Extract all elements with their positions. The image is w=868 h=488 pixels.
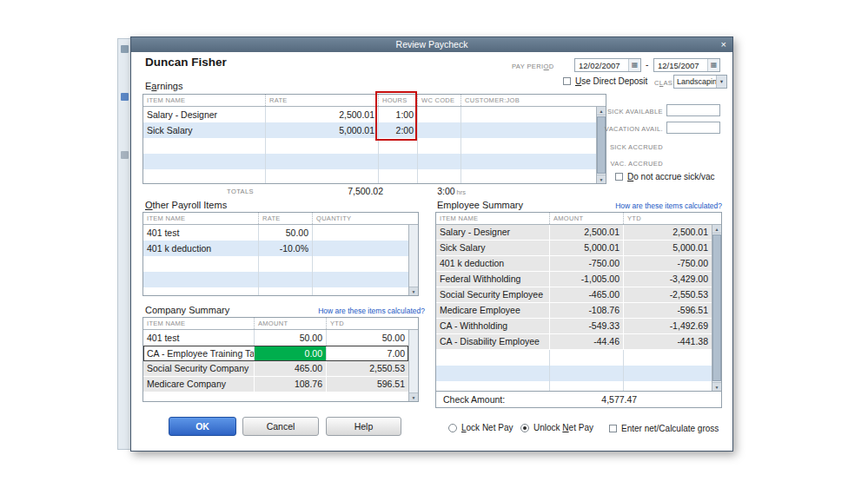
employee-summary-row[interactable]: Social Security Employee -465.00 -2,550.… (436, 287, 712, 303)
earnings-body: Salary - Designer 2,500.01 1:00 Sick Sal… (143, 107, 596, 183)
employee-summary-row[interactable]: 401 k deduction -750.00 -750.00 (436, 256, 712, 272)
scroll-down-icon[interactable]: ▼ (409, 287, 418, 295)
employee-summary-row[interactable]: CA - Disability Employee -44.46 -441.38 (436, 334, 712, 350)
scroll-down-icon[interactable]: ▼ (597, 175, 606, 183)
other-payroll-empty-row[interactable] (143, 287, 408, 295)
earnings-cell-rate[interactable]: 5,000.01 (265, 122, 378, 138)
employee-summary-link[interactable]: How are these items calculated? (540, 201, 722, 210)
employee-cell-amount[interactable]: 2,500.01 (549, 225, 623, 240)
employee-cell-amount[interactable]: -549.33 (549, 319, 623, 333)
vacation-avail-input[interactable] (666, 122, 720, 134)
dialog-titlebar[interactable]: Review Paycheck × (131, 37, 732, 52)
company-summary-selected-row[interactable]: CA - Employee Training Tax 0.00 7.00 (143, 346, 408, 361)
checkbox-icon[interactable] (615, 173, 623, 181)
employee-summary-empty-row[interactable] (436, 366, 712, 381)
cancel-button[interactable]: Cancel (242, 417, 319, 436)
check-amount-row: Check Amount: 4,577.47 (435, 392, 722, 408)
employee-summary-empty-row[interactable] (436, 350, 712, 366)
use-direct-deposit-checkbox[interactable]: Use Direct Deposit (563, 76, 647, 86)
employee-summary-row[interactable]: Federal Withholding -1,005.00 -3,429.00 (436, 272, 712, 287)
employee-summary-row[interactable]: CA - Withholding -549.33 -1,492.69 (436, 319, 712, 334)
other-cell-item[interactable]: 401 test (143, 225, 258, 241)
radio-selected-icon[interactable] (520, 424, 529, 432)
close-icon[interactable]: × (721, 38, 726, 51)
lock-net-pay-radio[interactable]: Lock Net Pay (448, 423, 513, 432)
help-button[interactable]: Help (326, 417, 401, 436)
employee-summary-row[interactable]: Medicare Employee -108.76 -596.51 (436, 303, 712, 319)
employee-col-ytd: YTD (623, 213, 721, 224)
earnings-cell-wc-code[interactable] (417, 122, 461, 138)
calendar-icon[interactable]: ▦ (707, 59, 719, 71)
company-summary-row[interactable]: 401 test 50.00 50.00 (143, 330, 408, 346)
screen: Review Paycheck × Duncan Fisher PAY PERI… (0, 0, 868, 488)
earnings-cell-item[interactable]: Sick Salary (143, 122, 265, 138)
employee-cell-item: Salary - Designer (436, 225, 549, 240)
earnings-col-wc-code: WC CODE (417, 95, 461, 106)
company-summary-row[interactable]: Medicare Company 108.76 596.51 (143, 377, 408, 392)
scroll-down-icon[interactable]: ▼ (712, 382, 721, 391)
pay-period-start-input[interactable]: 12/02/2007 ▦ (574, 58, 641, 72)
pay-period-end-input[interactable]: 12/15/2007 ▦ (653, 58, 720, 72)
employee-cell-amount[interactable]: -465.00 (549, 287, 623, 302)
vacation-avail-label: VACATION AVAIL. (533, 125, 663, 133)
earnings-empty-row[interactable] (143, 154, 596, 169)
checkbox-icon[interactable] (563, 77, 571, 85)
radio-icon[interactable] (448, 424, 457, 432)
employee-cell-item: 401 k deduction (436, 256, 549, 271)
scrollbar-thumb[interactable] (712, 234, 721, 381)
employee-cell-amount[interactable]: -750.00 (549, 256, 623, 271)
checkbox-icon[interactable] (609, 425, 617, 432)
other-cell-quantity[interactable] (312, 225, 408, 241)
review-paycheck-dialog: Review Paycheck × Duncan Fisher PAY PERI… (130, 36, 733, 452)
earnings-cell-wc-code[interactable] (417, 107, 461, 122)
employee-cell-amount[interactable]: -108.76 (549, 303, 623, 318)
employee-summary-row[interactable]: Sick Salary 5,000.01 5,000.01 (436, 241, 712, 256)
dropdown-arrow-icon[interactable]: ▼ (716, 76, 726, 88)
unlock-net-pay-radio[interactable]: Unlock Net Pay (520, 423, 593, 432)
scroll-down-icon[interactable]: ▼ (409, 392, 418, 401)
company-cell-item: Medicare Company (143, 377, 254, 392)
earnings-cell-item[interactable]: Salary - Designer (143, 107, 265, 122)
company-summary-body: 401 test 50.00 50.00 CA - Employee Train… (143, 330, 408, 401)
other-payroll-scrollbar[interactable]: ▼ (408, 225, 418, 295)
employee-cell-amount[interactable]: -44.46 (549, 334, 623, 349)
other-payroll-row[interactable]: 401 k deduction -10.0% (143, 241, 408, 256)
earnings-row[interactable]: Salary - Designer 2,500.01 1:00 (143, 107, 596, 122)
employee-summary-row[interactable]: Salary - Designer 2,500.01 2,500.01 (436, 225, 712, 241)
company-cell-amount[interactable]: 108.76 (254, 377, 326, 392)
company-cell-amount[interactable]: 50.00 (254, 330, 326, 346)
employee-cell-amount[interactable]: -1,005.00 (549, 272, 623, 287)
pay-period-label: PAY PERIOD (512, 63, 554, 70)
ok-button[interactable]: OK (169, 417, 236, 436)
date-range-separator: - (646, 60, 648, 69)
calendar-icon[interactable]: ▦ (628, 59, 640, 71)
company-summary-scrollbar[interactable]: ▼ (408, 330, 418, 401)
company-summary-row[interactable]: Social Security Company 465.00 2,550.53 (143, 361, 408, 377)
scroll-up-icon[interactable]: ▲ (712, 225, 721, 234)
earnings-empty-row[interactable] (143, 138, 596, 154)
pay-period-start-value: 12/02/2007 (575, 61, 628, 70)
company-selected-amount-cell[interactable]: 0.00 (254, 346, 326, 361)
employee-summary-empty-row[interactable] (436, 381, 712, 391)
class-dropdown[interactable]: Landscaping ▼ (673, 75, 727, 89)
sick-available-input[interactable] (666, 104, 720, 116)
company-cell-amount[interactable]: 465.00 (254, 361, 326, 376)
enter-net-checkbox[interactable]: Enter net/Calculate gross (609, 424, 719, 433)
other-cell-rate[interactable]: -10.0% (258, 241, 312, 256)
employee-summary-scrollbar[interactable]: ▲ ▼ (712, 225, 721, 391)
earnings-cell-rate[interactable]: 2,500.01 (265, 107, 378, 122)
company-summary-link[interactable]: How are these items calculated? (277, 307, 425, 315)
earnings-empty-row[interactable] (143, 169, 596, 183)
other-cell-rate[interactable]: 50.00 (258, 225, 312, 241)
other-cell-quantity[interactable] (312, 241, 408, 256)
earnings-heading: Earnings (145, 81, 182, 91)
do-not-accrue-checkbox[interactable]: Do not accrue sick/vac (615, 172, 715, 181)
enter-net-label: Enter net/Calculate gross (621, 424, 719, 433)
other-cell-item[interactable]: 401 k deduction (143, 241, 258, 256)
other-col-item-name: ITEM NAME (143, 213, 258, 224)
earnings-row[interactable]: Sick Salary 5,000.01 2:00 (143, 122, 596, 138)
other-payroll-row[interactable]: 401 test 50.00 (143, 225, 408, 241)
other-payroll-empty-row[interactable] (143, 272, 408, 287)
other-payroll-empty-row[interactable] (143, 256, 408, 272)
employee-cell-amount[interactable]: 5,000.01 (549, 241, 623, 255)
